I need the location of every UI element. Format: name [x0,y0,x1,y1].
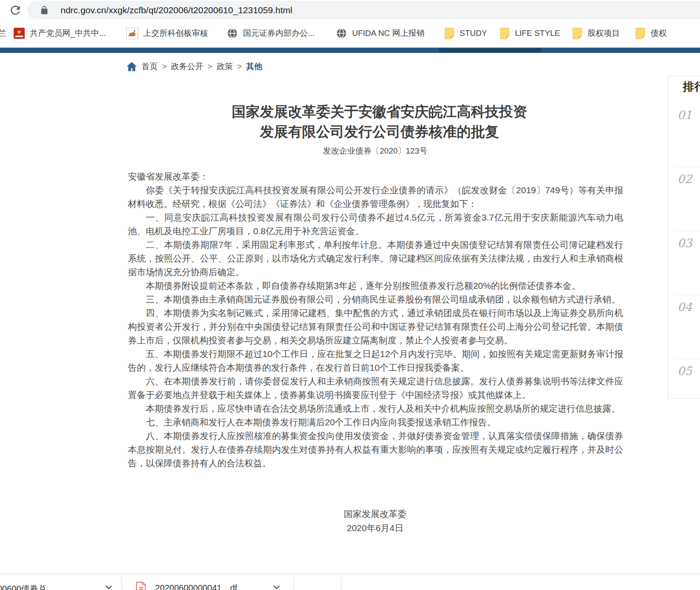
downloads-bar: 00600债券兑 20200600000041…df [0,574,700,590]
folder-icon [500,27,510,39]
divider [121,577,122,590]
breadcrumb-zhengce[interactable]: 政策 [217,61,233,72]
ranking-item[interactable]: 04 [675,295,700,359]
download-filename[interactable]: 20200600000041…df [155,583,237,590]
document-number: 发改企业债券〔2020〕123号 [128,145,622,157]
paragraph: 二、本期债券期限7年，采用固定利率形式，单利按年计息。本期债券通过中央国债登记结… [128,238,623,279]
bookmark-item[interactable]: 兰 [0,26,6,41]
bookmark-label: 国元证券内部办公... [243,28,315,39]
page-title-line2: 发展有限公司发行公司债券核准的批复 [132,122,627,142]
paragraph: 七、主承销商和发行人在本期债券发行期满后20个工作日内应向我委报送承销工作报告。 [128,416,623,429]
home-icon[interactable] [126,61,137,72]
bookmark-item[interactable]: 共产党员网_中共中... [14,26,106,41]
paragraph: 六、在本期债券发行前，请你委督促发行人和主承销商按照有关规定进行信息披露。发行人… [128,375,623,402]
party-emblem-icon [14,28,25,39]
chevron-down-icon[interactable] [273,585,281,590]
address-bar[interactable]: ndrc.gov.cn/xxgk/zcfb/qt/202006/t2020061… [27,1,700,19]
ranking-number: 05 [675,359,700,378]
bookmark-label: STUDY [460,29,487,38]
page-title-line1: 国家发展改革委关于安徽省安庆皖江高科技投资 [132,102,627,122]
ranking-item[interactable]: 03 [675,231,700,295]
paragraph: 八、本期债券发行人应按照核准的募集资金投向使用发债资金，并做好债券资金管理，认真… [128,429,623,470]
paragraph: 五、本期债券发行期限不超过10个工作日，应在批复之日起12个月内发行完毕。期间，… [128,347,623,375]
download-filename[interactable]: 00600债券兑 [0,583,47,590]
bookmark-item[interactable]: 股权项目 [572,26,620,41]
divider [293,577,294,590]
signature-issuer: 国家发展改革委 [128,507,622,521]
bookmark-label: LIFE STYLE [515,29,560,38]
ranking-sidebar: 排行 01 02 03 04 05 [668,76,700,399]
signature-date: 2020年6月4日 [128,521,622,535]
site-nav-bar [0,48,700,53]
breadcrumb-xxgk[interactable]: 政务公开 [171,61,203,72]
ranking-number: 01 [675,103,700,122]
paragraph: 安徽省发展改革委： [128,170,623,183]
ranking-number: 03 [675,231,700,250]
chevron-down-icon[interactable] [105,585,113,590]
paragraph: 本期债券附设提前还本条款，即自债券存续期第3年起，逐年分别按照债券发行总额20%… [128,279,623,293]
pdf-icon [136,581,147,590]
ranking-item[interactable]: 02 [675,167,700,231]
folder-icon [572,27,582,39]
bookmarks-bar: 兰 共产党员网_中共中... 上交所科创板审核 国元证券内部办公... [0,22,700,44]
reload-icon[interactable] [9,3,22,17]
breadcrumb-separator: > [237,62,242,71]
article-body: 安徽省发展改革委： 你委《关于转报安庆皖江高科技投资发展有限公司公开发行企业债券… [128,170,623,470]
globe-icon [227,28,238,39]
site-nav-active-segment [439,48,541,53]
ranking-item[interactable]: 01 [675,103,700,167]
signature-block: 国家发展改革委 2020年6月4日 [128,507,622,535]
ranking-number: 04 [675,295,700,314]
paragraph: 三、本期债券由主承销商国元证券股份有限公司，分销商民生证券股份有限公司组成承销团… [128,293,623,306]
url-text[interactable]: ndrc.gov.cn/xxgk/zcfb/qt/202006/t2020061… [61,5,292,15]
browser-window: ndrc.gov.cn/xxgk/zcfb/qt/202006/t2020061… [0,0,700,590]
paragraph: 你委《关于转报安庆皖江高科技投资发展有限公司公开发行企业债券的请示》（皖发改财金… [128,183,623,211]
breadcrumb-separator: > [208,62,212,71]
breadcrumb-separator: > [162,62,167,71]
bookmark-item[interactable]: 上交所科创板审核 [126,26,208,41]
picture-thumbnail-icon [126,27,138,39]
bookmark-label: 债权 [651,28,667,39]
paragraph: 四、本期债券为实名制记账式，采用簿记建档、集中配售的方式，通过承销团成员在银行间… [128,306,623,347]
browser-toolbar: ndrc.gov.cn/xxgk/zcfb/qt/202006/t2020061… [0,0,700,21]
bookmark-label: 共产党员网_中共中... [30,28,106,39]
bookmark-item[interactable]: 国元证券内部办公... [227,26,315,41]
breadcrumb: 首页 > 政务公开 > 政策 > 其他 [126,61,262,72]
bookmark-label: 兰 [0,28,6,39]
folder-icon [444,27,454,39]
divider [341,577,341,590]
bookmark-label: 上交所科创板审核 [143,28,208,39]
folder-icon [635,27,645,39]
breadcrumb-home[interactable]: 首页 [142,61,158,72]
paragraph: 本期债券发行后，应尽快申请在合法交易场所流通或上市，发行人及相关中介机构应按照交… [128,402,623,416]
bookmark-label: 股权项目 [587,28,620,39]
breadcrumb-current: 其他 [246,61,262,72]
paragraph: 一、同意安庆皖江高科技投资发展有限公司发行公司债券不超过4.5亿元，所筹资金3.… [128,211,623,238]
lock-icon[interactable] [40,6,49,15]
bookmark-label: UFIDA NC 网上报销 [352,28,425,39]
bookmark-item[interactable]: 债权 [635,26,667,41]
globe-icon [336,28,347,39]
bookmark-item[interactable]: LIFE STYLE [500,26,560,41]
bookmark-item[interactable]: STUDY [444,26,487,41]
page-title: 国家发展改革委关于安徽省安庆皖江高科技投资 发展有限公司发行公司债券核准的批复 [132,102,627,142]
ranking-header: 排行 [668,76,700,103]
ranking-number: 02 [675,167,700,186]
ranking-item[interactable]: 05 [675,359,700,399]
bookmark-item[interactable]: UFIDA NC 网上报销 [336,26,425,41]
